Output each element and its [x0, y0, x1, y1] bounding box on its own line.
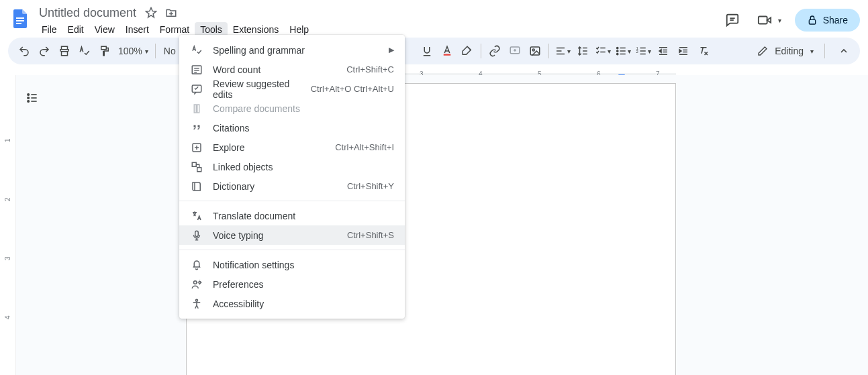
toolbar-separator [481, 44, 481, 58]
toolbar-separator [824, 44, 825, 58]
menu-edit[interactable]: Edit [62, 22, 89, 37]
star-icon[interactable] [143, 5, 159, 21]
menu-label: Voice typing [213, 230, 330, 241]
menu-file[interactable]: File [36, 22, 62, 37]
menu-label: Translate document [213, 211, 394, 221]
move-icon[interactable] [163, 5, 179, 21]
review-icon [190, 83, 203, 96]
svg-point-13 [532, 49, 534, 51]
menu-item-wordcount[interactable]: Word count Ctrl+Shift+C [179, 60, 405, 79]
spellcheck-button[interactable] [75, 42, 94, 60]
highlight-button[interactable] [458, 42, 477, 60]
editing-mode-button[interactable]: Editing ▾ [751, 43, 820, 59]
line-spacing-button[interactable] [573, 42, 592, 60]
app-header: Untitled document File Edit View Insert … [0, 0, 868, 38]
collapse-toolbar-button[interactable] [834, 42, 853, 60]
zoom-select[interactable]: 100% ▾ [115, 46, 151, 56]
menu-item-spelling[interactable]: Spelling and grammar ▶ [179, 40, 405, 60]
underline-button[interactable] [418, 42, 436, 60]
menu-shortcut: Ctrl+Shift+Y [347, 181, 394, 191]
menu-item-linked[interactable]: Linked objects [179, 157, 405, 176]
menu-separator [179, 250, 405, 250]
svg-rect-2 [16, 23, 21, 24]
svg-rect-10 [444, 54, 451, 56]
menu-item-compare: Compare documents [179, 99, 405, 118]
styles-value: No [164, 46, 176, 56]
menu-shortcut: Ctrl+Shift+S [347, 230, 394, 240]
document-title[interactable]: Untitled document [36, 6, 139, 20]
svg-rect-12 [530, 47, 540, 55]
menu-item-notifications[interactable]: Notification settings [179, 255, 405, 274]
svg-point-42 [28, 97, 30, 99]
redo-button[interactable] [35, 42, 54, 60]
undo-button[interactable] [15, 42, 34, 60]
print-button[interactable] [55, 42, 74, 60]
svg-point-24 [616, 53, 618, 54]
svg-point-59 [196, 299, 198, 301]
decrease-indent-button[interactable] [654, 42, 673, 60]
menu-item-preferences[interactable]: Preferences [179, 274, 405, 294]
menu-shortcut: Ctrl+Shift+C [346, 64, 394, 74]
video-call-icon[interactable] [753, 8, 777, 32]
svg-rect-54 [197, 167, 201, 171]
bell-icon [190, 258, 203, 272]
menu-label: Dictionary [213, 181, 330, 192]
insert-link-button[interactable] [485, 42, 504, 60]
svg-rect-8 [101, 46, 107, 50]
menu-item-explore[interactable]: Explore Ctrl+Alt+Shift+I [179, 138, 405, 157]
align-button[interactable]: ▾ [553, 42, 572, 60]
wordcount-icon [190, 63, 203, 76]
microphone-icon [190, 229, 203, 242]
translate-icon [190, 209, 203, 223]
pencil-icon [757, 46, 768, 56]
video-dropdown-icon[interactable]: ▾ [778, 17, 781, 24]
menu-separator [179, 201, 405, 201]
zoom-value: 100% [118, 46, 142, 56]
compare-icon [190, 102, 203, 115]
explore-icon [190, 141, 203, 154]
docs-logo-icon[interactable] [8, 7, 32, 31]
svg-point-41 [28, 94, 30, 96]
header-right: ▾ Share [720, 8, 860, 32]
text-color-button[interactable] [438, 42, 456, 60]
menu-item-dictionary[interactable]: Dictionary Ctrl+Shift+Y [179, 176, 405, 196]
workspace: 1 2 3 4 [0, 75, 868, 375]
svg-rect-53 [192, 162, 196, 166]
menu-item-citations[interactable]: Citations [179, 118, 405, 138]
toolbar-container: 100% ▾ No ▾ ▾ ▾ 12▾ Editing ▾ [0, 38, 868, 70]
toolbar-separator [548, 44, 549, 58]
numbered-list-button[interactable]: 12▾ [634, 42, 653, 60]
svg-rect-6 [809, 19, 815, 24]
menu-item-accessibility[interactable]: Accessibility [179, 294, 405, 313]
menu-shortcut: Ctrl+Alt+O Ctrl+Alt+U [311, 84, 394, 94]
menu-item-review[interactable]: Review suggested edits Ctrl+Alt+O Ctrl+A… [179, 79, 405, 99]
menu-view[interactable]: View [89, 22, 120, 37]
paint-format-button[interactable] [95, 42, 114, 60]
comments-icon[interactable] [720, 8, 744, 32]
insert-image-button[interactable] [526, 42, 544, 60]
dictionary-icon [190, 180, 203, 193]
add-comment-button[interactable] [505, 42, 524, 60]
show-outline-button[interactable] [21, 87, 43, 109]
menu-label: Notification settings [213, 260, 394, 270]
checklist-button[interactable]: ▾ [593, 42, 612, 60]
bulleted-list-button[interactable]: ▾ [614, 42, 632, 60]
clear-formatting-button[interactable] [694, 42, 713, 60]
menu-item-translate[interactable]: Translate document [179, 206, 405, 225]
share-label: Share [823, 15, 848, 25]
increase-indent-button[interactable] [674, 42, 693, 60]
preferences-icon [190, 278, 203, 291]
share-button[interactable]: Share [795, 9, 860, 32]
spellcheck-icon [190, 44, 203, 57]
vertical-ruler[interactable]: 1 2 3 4 [0, 75, 16, 375]
menu-insert[interactable]: Insert [120, 22, 154, 37]
vruler-number: 4 [4, 315, 11, 319]
svg-rect-56 [195, 231, 199, 236]
menu-label: Spelling and grammar [213, 45, 379, 56]
menu-label: Citations [213, 123, 394, 133]
menu-item-voice-typing[interactable]: Voice typing Ctrl+Shift+S [179, 225, 405, 245]
accessibility-icon [190, 297, 203, 311]
toolbar-separator [155, 44, 156, 58]
vruler-number: 1 [4, 138, 11, 142]
menu-label: Compare documents [213, 103, 394, 114]
